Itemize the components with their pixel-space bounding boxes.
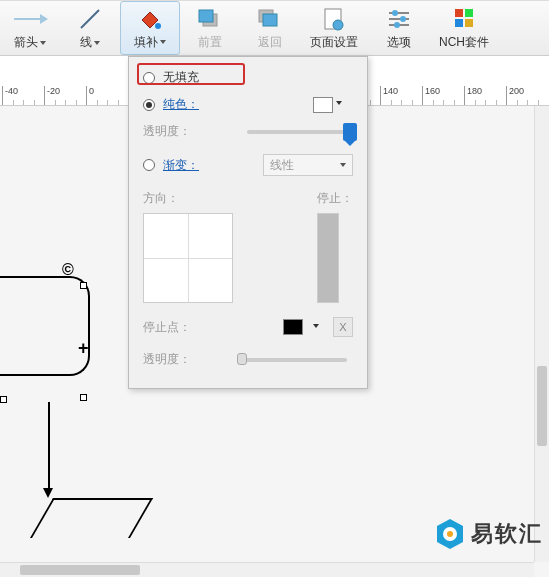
gradient-type-value: 线性 [270,157,294,174]
stop-color-picker[interactable] [283,319,303,335]
options-button[interactable]: 选项 [369,1,429,55]
front-label: 前置 [198,34,222,51]
arrow-head-icon [43,488,53,498]
line-label: 线 [80,34,92,51]
svg-rect-5 [199,10,213,22]
watermark-text: 易软汇 [471,519,543,549]
svg-rect-18 [455,19,463,27]
vertical-scrollbar[interactable] [534,106,549,562]
options-label: 选项 [387,34,411,51]
svg-rect-17 [465,9,473,17]
svg-point-9 [333,20,343,30]
svg-rect-16 [455,9,463,17]
rounded-rect-shape[interactable] [0,276,90,376]
main-toolbar: 箭头 线 填补 前置 返回 页面设置 选项 NCH套件 [0,0,549,56]
scroll-thumb[interactable] [20,565,140,575]
paint-bucket-icon [136,6,164,32]
horizontal-scrollbar[interactable] [0,562,534,577]
arrow-tool-button[interactable]: 箭头 [0,1,60,55]
opacity-slider[interactable] [247,130,353,134]
svg-point-3 [155,23,161,29]
nch-icon [453,7,475,31]
page-setup-icon [323,7,345,31]
send-back-icon [257,8,283,30]
options-icon [387,7,411,31]
gradient-label: 渐变： [163,157,199,174]
shape-handle[interactable] [80,282,87,289]
solid-color-picker[interactable] [313,97,333,113]
gradient-stop-bar[interactable] [317,213,339,303]
page-setup-button[interactable]: 页面设置 [300,1,369,55]
svg-marker-1 [40,14,48,24]
copyright-symbol: © [62,261,74,279]
svg-point-14 [400,16,406,22]
svg-point-13 [392,10,398,16]
nch-suite-button[interactable]: NCH套件 [429,1,500,55]
ruler-tick: 140 [380,86,398,105]
shape-handle[interactable] [0,396,7,403]
plus-cursor-icon: + [78,338,89,359]
slider-thumb[interactable] [343,123,357,141]
svg-rect-19 [465,19,473,27]
watermark-logo-icon [435,517,465,551]
ruler-tick: 180 [464,86,482,105]
svg-point-15 [394,22,400,28]
front-button[interactable]: 前置 [180,1,240,55]
bring-front-icon [197,8,223,30]
chevron-down-icon [160,40,166,44]
scroll-thumb[interactable] [537,366,547,446]
watermark: 易软汇 [435,517,543,551]
shape-handle[interactable] [80,394,87,401]
svg-rect-7 [263,14,277,26]
gradient-direction-picker[interactable] [143,213,233,303]
diamond-shape[interactable] [30,498,153,538]
no-fill-radio[interactable] [143,72,155,84]
fill-tool-button[interactable]: 填补 [120,1,180,55]
delete-stop-button[interactable]: X [333,317,353,337]
connector-line[interactable] [48,402,50,490]
chevron-down-icon [313,324,319,328]
ruler-tick: 0 [86,86,94,105]
stop-opacity-slider[interactable] [237,358,347,362]
ruler-tick: -40 [2,86,18,105]
arrow-label: 箭头 [14,34,38,51]
stop-label: 停止： [317,190,353,207]
chevron-down-icon [94,41,100,45]
direction-label: 方向： [143,190,309,207]
svg-point-22 [447,531,453,537]
page-setup-label: 页面设置 [310,34,358,51]
svg-line-2 [81,10,99,28]
solid-fill-radio[interactable] [143,99,155,111]
gradient-type-select[interactable]: 线性 [263,154,353,176]
ruler-tick: -20 [44,86,60,105]
nch-label: NCH套件 [439,34,489,51]
gradient-radio[interactable] [143,159,155,171]
line-icon [77,6,103,32]
chevron-down-icon [340,163,346,167]
fill-label: 填补 [134,34,158,51]
back-button[interactable]: 返回 [240,1,300,55]
chevron-down-icon [40,41,46,45]
solid-fill-label: 纯色： [163,96,199,113]
stop-point-label: 停止点： [143,319,191,336]
opacity2-label: 透明度： [143,351,191,368]
fill-options-panel: 无填充 纯色： 透明度： 渐变： 线性 方向： 停止： 停止点： [128,56,368,389]
no-fill-label: 无填充 [163,69,199,86]
arrow-icon [12,10,48,28]
opacity-label: 透明度： [143,123,191,140]
slider-thumb[interactable] [237,353,247,365]
ruler-tick: 200 [506,86,524,105]
line-tool-button[interactable]: 线 [60,1,120,55]
back-label: 返回 [258,34,282,51]
ruler-tick: 160 [422,86,440,105]
